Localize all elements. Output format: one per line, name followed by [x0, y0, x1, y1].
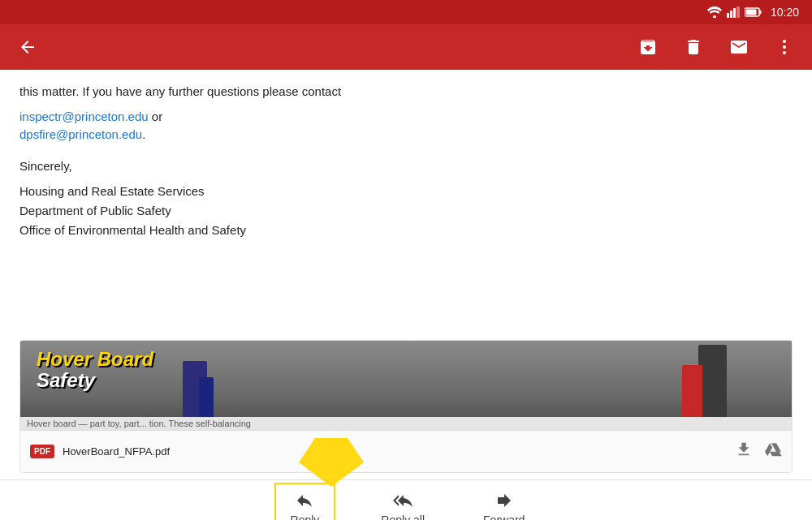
attachment-image: Hover Board Safety Hover board — part to… — [20, 341, 792, 430]
download-button[interactable] — [732, 437, 756, 466]
battery-icon — [745, 7, 762, 17]
email-sincerely: Sincerely, — [19, 157, 793, 176]
reply-icon — [295, 491, 314, 510]
reply-label: Reply — [291, 514, 320, 521]
svg-point-8 — [783, 40, 786, 43]
attachment-image-subtitle: Safety — [37, 370, 153, 391]
email-body: this matter. If you have any further que… — [0, 70, 812, 330]
email-or-text: or — [152, 110, 162, 123]
pdf-badge: PDF — [30, 445, 54, 458]
email-button[interactable] — [724, 32, 754, 62]
hoverboard-bg: Hover Board Safety Hover board — part to… — [20, 341, 792, 430]
email-link2-line: dpsfire@princeton.edu. — [19, 126, 793, 144]
svg-rect-1 — [727, 13, 729, 18]
forward-label: Forward — [483, 514, 525, 521]
status-icons: 10:20 — [707, 6, 799, 19]
attachment-image-title: Hover Board Safety — [37, 349, 153, 392]
email-partial-text: this matter. If you have any further que… — [19, 83, 793, 101]
svg-rect-6 — [759, 11, 761, 15]
reply-bar: Reply Reply all Forward — [0, 479, 812, 520]
drive-button[interactable] — [764, 440, 782, 462]
image-caption: Hover board — part toy, part... tion. Th… — [20, 417, 792, 430]
signal-icon — [727, 6, 740, 18]
svg-point-9 — [783, 45, 786, 49]
email-link-1[interactable]: inspectr@princeton.edu — [19, 110, 149, 123]
attachment-section: Hover Board Safety Hover board — part to… — [19, 340, 793, 473]
reply-all-label: Reply all — [381, 514, 425, 521]
svg-rect-3 — [733, 8, 736, 18]
svg-point-10 — [783, 51, 786, 54]
email-link-2[interactable]: dpsfire@princeton.edu — [19, 127, 142, 141]
link-suffix: . — [142, 127, 145, 141]
main-content: this matter. If you have any further que… — [0, 70, 812, 479]
status-bar: 10:20 — [0, 0, 812, 24]
reply-all-icon — [393, 491, 412, 510]
svg-rect-4 — [736, 6, 740, 18]
back-button[interactable] — [13, 32, 42, 62]
svg-rect-7 — [745, 10, 756, 15]
svg-point-0 — [713, 15, 716, 18]
attachment-filename: HoverBoard_NFPA.pdf — [63, 445, 723, 458]
email-org1: Housing and Real Estate Services — [19, 182, 793, 201]
email-contact-line: inspectr@princeton.edu or — [19, 108, 793, 127]
email-org3: Office of Environmental Health and Safet… — [19, 221, 793, 240]
forward-icon — [495, 491, 514, 510]
time-display: 10:20 — [771, 6, 799, 19]
more-button[interactable] — [770, 32, 799, 62]
forward-button[interactable]: Forward — [470, 484, 538, 521]
attachment-footer: PDF HoverBoard_NFPA.pdf — [20, 430, 792, 472]
svg-rect-2 — [730, 11, 732, 18]
archive-button[interactable] — [633, 32, 663, 62]
email-org2: Department of Public Safety — [19, 201, 793, 221]
wifi-icon — [707, 6, 722, 18]
reply-button[interactable]: Reply — [274, 483, 336, 521]
reply-all-button[interactable]: Reply all — [368, 484, 438, 521]
toolbar — [0, 24, 812, 70]
delete-button[interactable] — [679, 32, 708, 62]
